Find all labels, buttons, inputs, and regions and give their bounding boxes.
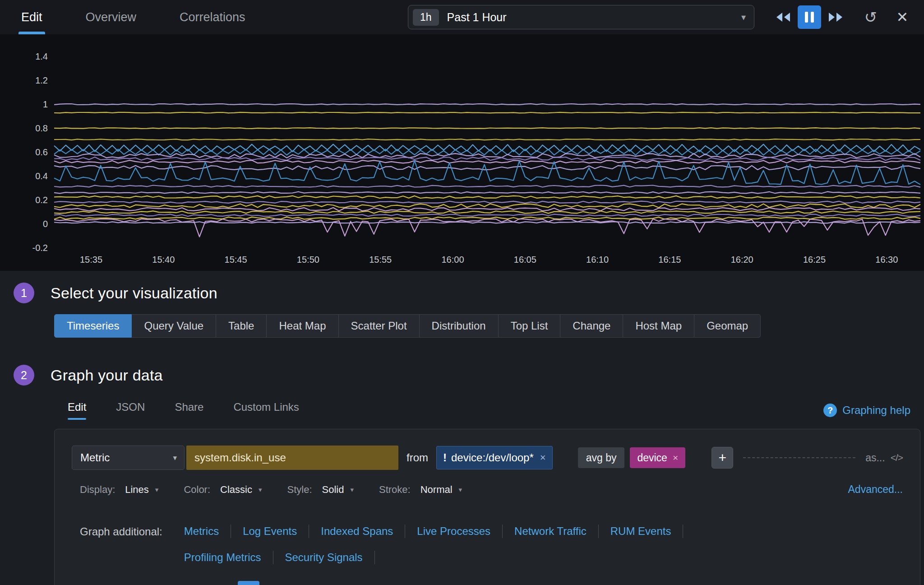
display-option-groups: Display:Lines▾Color:Classic▾Style:Solid▾… [80,484,487,496]
filter-tag-label: device:/dev/loop* [451,451,534,464]
chevron-down-icon: ▾ [155,486,159,494]
graph-additional-label: Graph additional: [80,525,162,538]
topbar: EditOverviewCorrelations 1h Past 1 Hour … [0,0,924,34]
y-axis-tick: 1 [43,99,48,109]
viz-option-heat-map[interactable]: Heat Map [267,314,338,338]
data-source-label: Metric [80,451,110,464]
viz-option-host-map[interactable]: Host Map [623,314,694,338]
top-tab-correlations[interactable]: Correlations [180,0,245,34]
graph-additional-security-signals[interactable]: Security Signals [285,551,375,564]
x-axis-tick: 15:55 [369,255,392,265]
option-label: Style: [287,484,312,496]
step-1-badge: 1 [14,283,34,303]
series-line [54,208,920,211]
option-stroke[interactable]: Stroke:Normal▾ [379,484,462,496]
x-axis-tick: 15:50 [297,255,319,265]
aggregator-chip[interactable]: avg by [578,447,625,468]
advanced-link[interactable]: Advanced... [848,483,903,496]
group-by-label: device [637,452,667,464]
pause-button[interactable] [798,5,821,29]
graph-additional-row: Graph additional: MetricsLog EventsIndex… [80,525,903,564]
top-tab-overview[interactable]: Overview [86,0,137,34]
graph-additional-profiling-metrics[interactable]: Profiling Metrics [184,551,273,564]
series-line [54,166,920,170]
viz-option-timeseries[interactable]: Timeseries [54,314,132,338]
time-range-badge: 1h [413,9,439,26]
series-line [54,153,920,158]
option-style[interactable]: Style:Solid▾ [287,484,354,496]
viz-option-distribution[interactable]: Distribution [420,314,499,338]
close-button[interactable]: ✕ [891,5,914,29]
viz-option-change[interactable]: Change [560,314,623,338]
series-line [54,161,920,185]
series-line [54,204,920,208]
graph-additional-log-events[interactable]: Log Events [243,525,309,538]
alias-as-label[interactable]: as... [865,452,885,464]
graph-data-title: Graph your data [51,367,163,384]
series-line [54,222,920,223]
help-question-icon: ? [823,404,837,417]
data-source-select[interactable]: Metric ▾ [72,446,185,470]
group-by-tag[interactable]: device × [630,447,685,468]
refresh-button[interactable]: ↺ [859,5,882,29]
y-axis-tick: 1.2 [35,75,48,85]
remove-filter-icon[interactable]: × [540,452,546,464]
graph-tab-custom-links[interactable]: Custom Links [233,401,299,420]
graph-additional-rum-events[interactable]: RUM Events [610,525,684,538]
option-display[interactable]: Display:Lines▾ [80,484,158,496]
graph-tabs: EditJSONShareCustom Links [68,401,329,420]
viz-option-scatter-plot[interactable]: Scatter Plot [339,314,420,338]
graphing-help-link[interactable]: ? Graphing help [823,404,910,417]
time-range-picker[interactable]: 1h Past 1 Hour ▾ [408,5,754,29]
x-axis-tick: 16:10 [586,255,609,265]
option-color[interactable]: Color:Classic▾ [184,484,262,496]
add-query-button[interactable]: + [711,447,733,469]
display-options-row: Display:Lines▾Color:Classic▾Style:Solid▾… [80,483,903,496]
graph-tab-json[interactable]: JSON [116,401,145,420]
viz-option-query-value[interactable]: Query Value [132,314,216,338]
graph-tab-share[interactable]: Share [175,401,203,420]
query-editor-panel: Metric ▾ system.disk.in_use from ! devic… [54,429,920,585]
option-value: Normal [420,484,453,496]
x-axis-tick: 15:45 [225,255,247,265]
datadog-metric-editor: EditOverviewCorrelations 1h Past 1 Hour … [0,0,924,585]
top-tab-edit[interactable]: Edit [21,0,42,34]
graph-data-header: 2 Graph your data [14,365,924,385]
timeseries-chart[interactable]: 1.41.210.80.60.40.20-0.215:3515:4015:451… [0,34,924,271]
rewind-icon [775,11,791,23]
graph-additional-network-traffic[interactable]: Network Traffic [514,525,599,538]
fast-forward-button[interactable] [824,5,847,29]
series-line [54,219,920,237]
y-axis-tick: -0.2 [32,243,48,253]
visualization-section: 1 Select your visualization TimeseriesQu… [0,283,924,338]
viz-option-top-list[interactable]: Top List [499,314,561,338]
series-line [54,211,920,213]
x-axis-tick: 16:15 [658,255,681,265]
pause-icon [805,12,808,23]
x-axis-tick: 16:05 [514,255,536,265]
step-2-badge: 2 [14,365,34,385]
visualization-title: Select your visualization [51,284,217,302]
viz-option-table[interactable]: Table [216,314,267,338]
graph-additional-indexed-spans[interactable]: Indexed Spans [321,525,405,538]
graph-tab-edit[interactable]: Edit [68,401,86,420]
visualization-header: 1 Select your visualization [14,283,924,303]
code-icon[interactable]: </> [891,452,903,463]
graph-additional-metrics[interactable]: Metrics [184,525,231,538]
visualization-options: TimeseriesQuery ValueTableHeat MapScatte… [54,314,924,338]
metric-name-input[interactable]: system.disk.in_use [186,446,398,470]
time-range-label: Past 1 Hour [447,11,741,24]
chevron-down-icon: ▾ [259,486,262,494]
remove-group-icon[interactable]: × [673,452,678,463]
from-label: from [407,451,428,464]
chevron-down-icon: ▾ [350,486,354,494]
graph-additional-live-processes[interactable]: Live Processes [417,525,503,538]
viz-option-geomap[interactable]: Geomap [694,314,761,338]
filter-tag[interactable]: ! device:/dev/loop* × [436,446,553,469]
pause-icon [811,12,814,23]
formula-dash-line [743,457,855,458]
series-line [54,192,920,194]
query-row: Metric ▾ system.disk.in_use from ! devic… [72,446,903,470]
rewind-button[interactable] [772,5,795,29]
option-label: Display: [80,484,115,496]
